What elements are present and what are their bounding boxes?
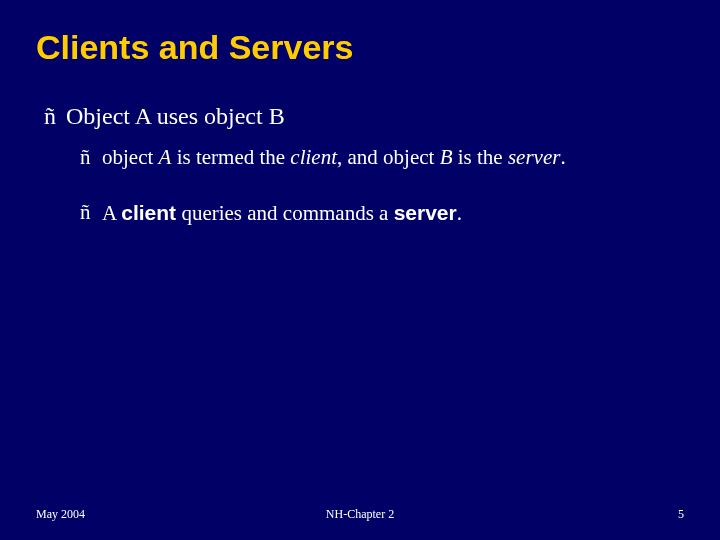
text-run: queries and commands a: [176, 201, 394, 225]
footer-chapter: NH-Chapter 2: [36, 507, 684, 522]
text-run: , and object: [337, 145, 440, 169]
bullet-text: A client queries and commands a server.: [102, 201, 462, 225]
bullet-level-2: ñA client queries and commands a server.: [80, 199, 684, 227]
page-number: 5: [678, 507, 684, 522]
text-run: is the: [452, 145, 507, 169]
text-run: .: [457, 201, 462, 225]
bold-run: client: [121, 201, 176, 224]
slide: Clients and Servers ñObject A uses objec…: [0, 0, 720, 540]
bullet-icon: ñ: [80, 144, 102, 171]
slide-title: Clients and Servers: [36, 28, 684, 67]
footer: May 2004 NH-Chapter 2 5: [36, 507, 684, 522]
text-run: .: [560, 145, 565, 169]
italic-run: server: [508, 145, 560, 169]
text-run: is termed the: [171, 145, 290, 169]
text-run: A: [102, 201, 121, 225]
bullet-text: object A is termed the client, and objec…: [102, 145, 566, 169]
bullet-level-2: ñobject A is termed the client, and obje…: [80, 144, 684, 171]
bullet-icon: ñ: [44, 103, 66, 130]
text-run: object: [102, 145, 159, 169]
bold-run: server: [394, 201, 457, 224]
italic-run: client: [290, 145, 337, 169]
bullet-level-1: ñObject A uses object B: [44, 103, 684, 130]
italic-run: B: [440, 145, 453, 169]
italic-run: A: [159, 145, 172, 169]
bullet-text: Object A uses object B: [66, 103, 285, 129]
bullet-icon: ñ: [80, 199, 102, 226]
